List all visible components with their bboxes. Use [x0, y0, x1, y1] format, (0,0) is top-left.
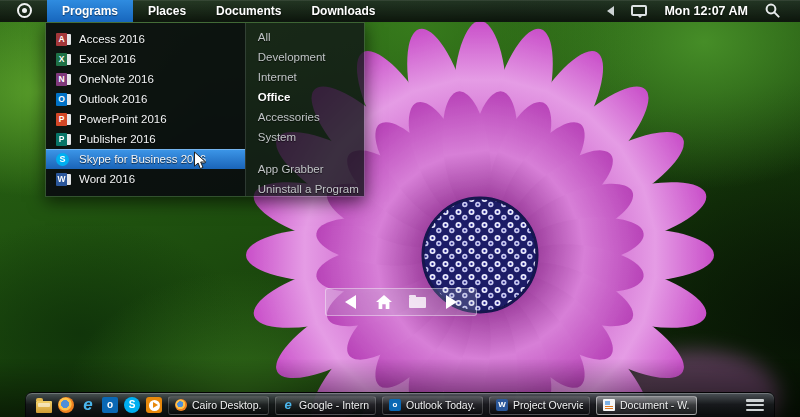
outlook-icon[interactable]: o [102, 397, 118, 413]
publisher-icon: P [56, 133, 71, 146]
firefox-icon [175, 399, 187, 411]
category-office[interactable]: Office [246, 87, 364, 107]
programs-menu: A Access 2016 X Excel 2016 N OneNote 201… [45, 22, 365, 197]
search-icon[interactable] [765, 3, 780, 18]
access-icon: A [56, 33, 71, 46]
task-button-outlook-today[interactable]: o Outlook Today... [382, 396, 483, 415]
internet-explorer-icon[interactable]: e [80, 397, 96, 413]
menu-item-excel-2016[interactable]: X Excel 2016 [46, 49, 245, 69]
cairo-desktop: Programs Places Documents Downloads Mon … [0, 0, 800, 417]
internet-explorer-icon: e [282, 399, 294, 411]
hamburger-icon [746, 399, 764, 402]
task-button-project-overview[interactable]: W Project Overvie... [489, 396, 590, 415]
category-spacer [246, 147, 364, 159]
programs-app-list: A Access 2016 X Excel 2016 N OneNote 201… [46, 23, 245, 196]
desktop-nav-toolbar [325, 288, 477, 316]
media-player-icon[interactable] [146, 397, 162, 413]
taskbar-menu-button[interactable] [746, 398, 764, 412]
menu-item-onenote-2016[interactable]: N OneNote 2016 [46, 69, 245, 89]
task-button-document[interactable]: Document - W... [596, 396, 697, 415]
forward-arrow-icon [446, 295, 457, 309]
menu-item-word-2016[interactable]: W Word 2016 [46, 169, 245, 189]
folder-icon[interactable] [36, 401, 52, 413]
onenote-icon: N [56, 73, 71, 86]
menu-downloads[interactable]: Downloads [296, 0, 390, 22]
skype-for-business-icon: S [56, 153, 71, 166]
menu-item-access-2016[interactable]: A Access 2016 [46, 29, 245, 49]
display-icon[interactable] [631, 5, 647, 16]
back-button[interactable] [339, 291, 363, 313]
forward-button[interactable] [439, 291, 463, 313]
task-button-google[interactable]: e Google - Intern... [275, 396, 376, 415]
menu-item-powerpoint-2016[interactable]: P PowerPoint 2016 [46, 109, 245, 129]
tray-collapse-arrow-icon[interactable] [607, 6, 614, 16]
folder-button[interactable] [406, 291, 430, 313]
outlook-icon: o [389, 399, 401, 411]
menu-places[interactable]: Places [133, 0, 201, 22]
category-system[interactable]: System [246, 127, 364, 147]
category-accessories[interactable]: Accessories [246, 107, 364, 127]
top-menu-bar: Programs Places Documents Downloads Mon … [0, 0, 800, 22]
cairo-menu-icon[interactable] [17, 3, 32, 18]
task-button-cairo-desktop[interactable]: Cairo Desktop... [168, 396, 269, 415]
outlook-icon: O [56, 93, 71, 106]
back-arrow-icon [345, 295, 356, 309]
category-development[interactable]: Development [246, 47, 364, 67]
clock[interactable]: Mon 12:07 AM [664, 4, 748, 18]
skype-icon[interactable]: S [124, 397, 140, 413]
home-button[interactable] [372, 291, 396, 313]
firefox-icon[interactable] [58, 397, 74, 413]
folder-icon [409, 297, 426, 308]
excel-icon: X [56, 53, 71, 66]
menu-item-skype-for-business-2016[interactable]: S Skype for Business 2016 [46, 149, 245, 169]
powerpoint-icon: P [56, 113, 71, 126]
home-icon [375, 294, 393, 310]
action-uninstall-a-program[interactable]: Uninstall a Program [246, 179, 364, 199]
category-all[interactable]: All [246, 27, 364, 47]
word-icon: W [496, 399, 508, 411]
category-internet[interactable]: Internet [246, 67, 364, 87]
menu-item-outlook-2016[interactable]: O Outlook 2016 [46, 89, 245, 109]
word-icon: W [56, 173, 71, 186]
wordpad-document-icon [603, 399, 615, 411]
menu-programs[interactable]: Programs [47, 0, 133, 22]
taskbar: e o S Cairo Desktop... e Google - Intern… [25, 392, 775, 417]
menu-item-publisher-2016[interactable]: P Publisher 2016 [46, 129, 245, 149]
action-app-grabber[interactable]: App Grabber [246, 159, 364, 179]
menu-documents[interactable]: Documents [201, 0, 296, 22]
topbar-right-cluster: Mon 12:07 AM [607, 3, 800, 18]
programs-category-list: All Development Internet Office Accessor… [245, 23, 364, 196]
